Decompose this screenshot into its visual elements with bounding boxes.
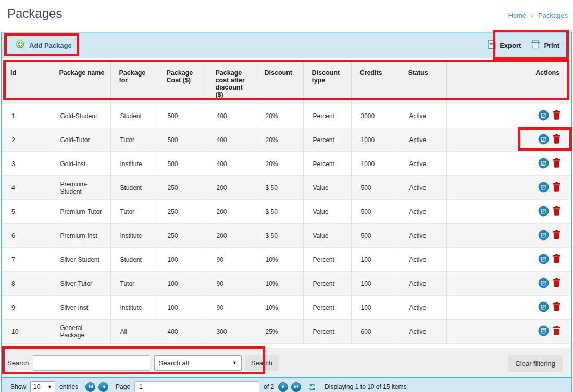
- edit-icon: [538, 254, 549, 266]
- column-header-actions[interactable]: Actions: [446, 61, 571, 104]
- table-row[interactable]: 9Silver-InstInstitute1009010%Percent100A…: [2, 296, 571, 320]
- cell-status: Active: [400, 152, 446, 176]
- page-size-select[interactable]: 10 ▼: [30, 381, 55, 392]
- refresh-icon[interactable]: [308, 383, 316, 391]
- cell-cost-after: 90: [207, 272, 256, 296]
- table-row[interactable]: 6Premium-InstInstitute250200$ 50Value500…: [2, 224, 571, 248]
- column-header-status[interactable]: Status: [400, 61, 446, 104]
- table-row[interactable]: 7Silver-StudentStudent1009010%Percent100…: [2, 248, 571, 272]
- delete-button[interactable]: [553, 134, 560, 145]
- column-header-package-name[interactable]: Package name: [51, 61, 110, 104]
- cell-actions: [446, 152, 571, 176]
- page-title: Packages: [7, 6, 62, 21]
- show-label: Show: [10, 383, 26, 390]
- edit-button[interactable]: [538, 254, 549, 266]
- edit-icon: [538, 182, 549, 194]
- cell-actions: [446, 224, 571, 248]
- cell-cost: 500: [158, 128, 207, 152]
- column-header-credits[interactable]: Credits: [351, 61, 400, 104]
- clear-filtering-button[interactable]: Clear filtering: [508, 355, 563, 372]
- cell-name: Premium-Tutor: [51, 200, 110, 224]
- cell-name: Silver-Inst: [51, 296, 110, 320]
- cell-credits: 500: [351, 224, 400, 248]
- edit-button[interactable]: [538, 230, 549, 242]
- edit-button[interactable]: [538, 325, 549, 338]
- delete-button[interactable]: [553, 302, 560, 313]
- cell-discount: 20%: [256, 152, 303, 176]
- breadcrumb-current[interactable]: Packages: [538, 11, 568, 19]
- cell-cost-after: 300: [207, 320, 256, 344]
- delete-button[interactable]: [553, 326, 560, 337]
- cell-discount: 10%: [256, 272, 303, 296]
- breadcrumb-home-link[interactable]: Home: [508, 11, 526, 19]
- cell-cost: 250: [158, 176, 207, 200]
- table-header: IdPackage namePackage forPackage Cost ($…: [2, 61, 571, 104]
- table-row[interactable]: 1Gold-StudentStudent50040020%Percent3000…: [2, 104, 571, 128]
- delete-button[interactable]: [553, 206, 560, 217]
- search-field-select[interactable]: Search all ▼: [154, 355, 242, 371]
- table-row[interactable]: 8Silver-TutorTutor1009010%Percent100Acti…: [2, 272, 571, 296]
- delete-button[interactable]: [553, 182, 560, 193]
- cell-cost-after: 200: [207, 200, 256, 224]
- cell-cost: 100: [158, 248, 207, 272]
- export-button[interactable]: Export: [488, 40, 521, 52]
- table-row[interactable]: 3Gold-InstInstitute50040020%Percent1000A…: [2, 152, 571, 176]
- search-field-selected: Search all: [159, 359, 189, 367]
- page-label: Page: [116, 383, 130, 390]
- grid-toolbar: Add Package Export: [2, 32, 571, 58]
- delete-button[interactable]: [553, 278, 560, 289]
- edit-button[interactable]: [538, 301, 549, 314]
- edit-button[interactable]: [538, 277, 549, 290]
- trash-icon: [553, 326, 560, 337]
- search-input[interactable]: [33, 355, 150, 371]
- next-page-button[interactable]: [278, 382, 288, 392]
- of-label: of 2: [264, 383, 274, 390]
- cell-credits: 1000: [351, 128, 400, 152]
- chevron-down-icon: ▼: [232, 360, 237, 365]
- column-header-package-cost-after-discount[interactable]: Package cost after discount ($): [207, 61, 256, 104]
- packages-table: IdPackage namePackage forPackage Cost ($…: [2, 61, 571, 344]
- cell-discount-type: Value: [303, 224, 351, 248]
- entries-label: entries: [59, 383, 78, 390]
- cell-credits: 100: [351, 272, 400, 296]
- search-button[interactable]: Search: [245, 355, 279, 371]
- delete-button[interactable]: [553, 110, 560, 121]
- cell-id: 4: [2, 176, 51, 200]
- cell-credits: 100: [351, 248, 400, 272]
- cell-status: Active: [400, 224, 446, 248]
- delete-button[interactable]: [553, 230, 560, 241]
- column-header-package-cost[interactable]: Package Cost ($): [158, 61, 207, 104]
- table-row[interactable]: 5Premium-TutorTutor250200$ 50Value500Act…: [2, 200, 571, 224]
- filter-bar: Search: Search all ▼ Search Clear filter…: [2, 348, 571, 377]
- column-header-package-for[interactable]: Package for: [110, 61, 158, 104]
- column-header-id[interactable]: Id: [2, 61, 51, 104]
- toolbar-right: Export Print: [488, 40, 559, 52]
- cell-discount-type: Percent: [303, 128, 351, 152]
- previous-page-button[interactable]: [98, 382, 108, 392]
- column-header-discount[interactable]: Discount: [256, 61, 303, 104]
- cell-actions: [446, 128, 571, 152]
- add-package-button[interactable]: Add Package: [16, 40, 72, 51]
- cell-name: Gold-Tutor: [51, 128, 110, 152]
- trash-icon: [553, 158, 560, 169]
- edit-button[interactable]: [538, 158, 549, 170]
- delete-button[interactable]: [553, 158, 560, 169]
- page-input[interactable]: [134, 381, 259, 392]
- cell-actions: [446, 248, 571, 272]
- table-row[interactable]: 4Premium-StudentStudent250200$ 50Value50…: [2, 176, 571, 200]
- delete-button[interactable]: [553, 254, 560, 265]
- last-page-button[interactable]: [291, 382, 301, 392]
- edit-button[interactable]: [538, 182, 549, 194]
- print-button[interactable]: Print: [530, 40, 559, 51]
- edit-button[interactable]: [538, 110, 549, 122]
- cell-for: Student: [110, 176, 158, 200]
- cell-discount: 10%: [256, 296, 303, 320]
- edit-icon: [538, 134, 549, 146]
- table-row[interactable]: 10General PackageAll40030025%Percent600A…: [2, 320, 571, 344]
- edit-button[interactable]: [538, 134, 549, 146]
- edit-button[interactable]: [538, 206, 549, 218]
- table-row[interactable]: 2Gold-TutorTutor50040020%Percent1000Acti…: [2, 128, 571, 152]
- first-page-button[interactable]: [85, 382, 95, 392]
- cell-cost-after: 400: [207, 128, 256, 152]
- column-header-discount-type[interactable]: Discount type: [303, 61, 351, 104]
